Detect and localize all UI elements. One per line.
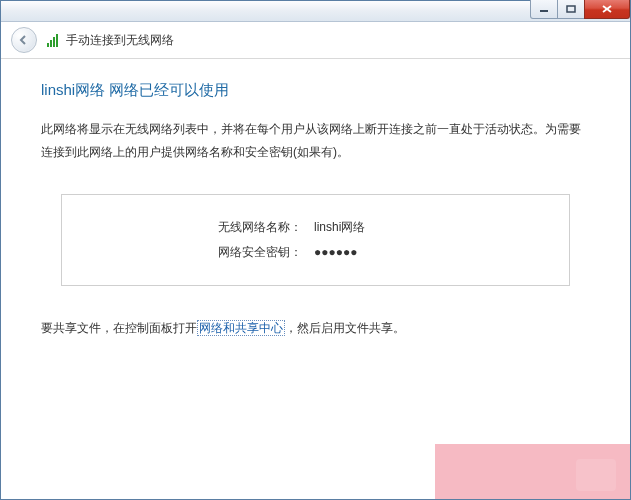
key-value: ●●●●●●: [314, 245, 358, 259]
description-text: 此网络将显示在无线网络列表中，并将在每个用户从该网络上断开连接之前一直处于活动状…: [41, 118, 590, 164]
ssid-value: linshi网络: [314, 219, 365, 236]
wifi-signal-icon: [47, 33, 58, 47]
share-instruction: 要共享文件，在控制面板打开网络和共享中心，然后启用文件共享。: [41, 320, 590, 337]
key-row: 网络安全密钥： ●●●●●●: [62, 240, 569, 265]
header-row: 手动连接到无线网络: [1, 22, 630, 59]
titlebar: [1, 1, 630, 22]
key-label: 网络安全密钥：: [62, 244, 314, 261]
back-arrow-icon: [18, 34, 30, 46]
ssid-row: 无线网络名称： linshi网络: [62, 215, 569, 240]
minimize-button[interactable]: [530, 0, 558, 19]
svg-rect-1: [567, 6, 575, 12]
wizard-window: 手动连接到无线网络 linshi网络 网络已经可以使用 此网络将显示在无线网络列…: [0, 0, 631, 500]
ssid-label: 无线网络名称：: [62, 219, 314, 236]
maximize-button[interactable]: [557, 0, 585, 19]
window-controls: [531, 0, 630, 20]
page-heading: linshi网络 网络已经可以使用: [41, 81, 590, 100]
minimize-icon: [539, 5, 549, 13]
watermark-overlay: [435, 444, 630, 499]
close-icon: [601, 4, 613, 14]
share-suffix: ，然后启用文件共享。: [285, 321, 405, 335]
content-area: linshi网络 网络已经可以使用 此网络将显示在无线网络列表中，并将在每个用户…: [1, 59, 630, 337]
close-button[interactable]: [584, 0, 630, 19]
window-title: 手动连接到无线网络: [66, 32, 174, 49]
network-info-box: 无线网络名称： linshi网络 网络安全密钥： ●●●●●●: [61, 194, 570, 286]
maximize-icon: [566, 5, 576, 13]
back-button[interactable]: [11, 27, 37, 53]
svg-rect-0: [540, 10, 548, 12]
network-sharing-center-link[interactable]: 网络和共享中心: [197, 320, 285, 336]
share-prefix: 要共享文件，在控制面板打开: [41, 321, 197, 335]
